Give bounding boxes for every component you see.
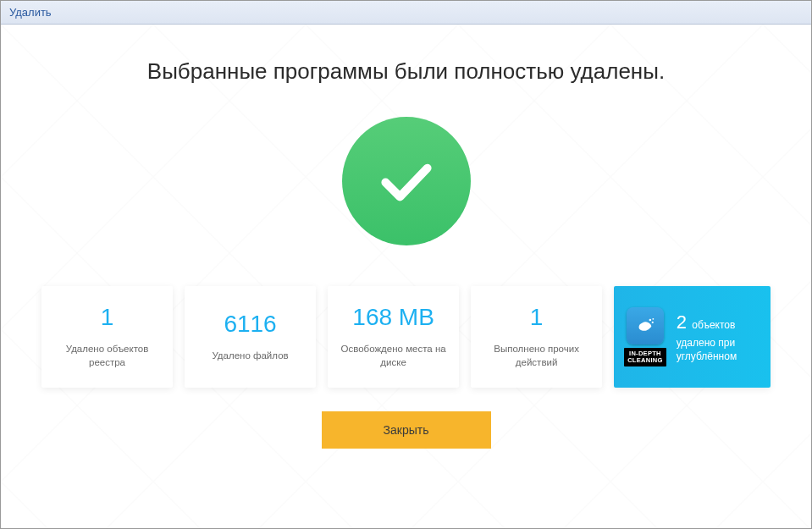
stat-label: Удалено файлов (212, 350, 288, 363)
promo-count: 2 (677, 311, 687, 333)
cleaning-hand-icon (627, 307, 664, 344)
stats-row: 1 Удалено объектов реестра 6116 Удалено … (1, 286, 811, 388)
stat-value: 1 (101, 304, 114, 331)
main-content: Выбранные программы были полностью удале… (1, 25, 811, 528)
success-checkmark-icon (342, 117, 471, 245)
promo-badge: IN-DEPTHCLEANING (624, 307, 666, 367)
stat-value: 168 MB (352, 304, 434, 331)
promo-card-indepth[interactable]: IN-DEPTHCLEANING 2 объектов удалено при … (614, 286, 771, 388)
page-heading: Выбранные программы были полностью удале… (147, 58, 665, 85)
promo-badge-text: IN-DEPTHCLEANING (624, 348, 666, 367)
stat-label: Освобождено места на диске (334, 343, 452, 369)
stat-value: 6116 (224, 311, 276, 338)
svg-point-0 (649, 318, 651, 321)
stat-label: Удалено объектов реестра (48, 343, 166, 369)
svg-point-1 (652, 322, 654, 323)
stat-value: 1 (530, 304, 544, 331)
stat-card-freed: 168 MB Освобождено места на диске (328, 286, 459, 388)
stat-card-files: 6116 Удалено файлов (185, 286, 316, 388)
promo-count-suffix: объектов (692, 319, 735, 331)
stat-card-other: 1 Выполнено прочих действий (471, 286, 602, 388)
window-titlebar: Удалить (1, 1, 811, 25)
window-title: Удалить (9, 6, 52, 19)
stat-label: Выполнено прочих действий (478, 343, 595, 369)
stat-card-registry: 1 Удалено объектов реестра (41, 286, 173, 388)
svg-point-2 (652, 318, 654, 320)
close-button[interactable]: Закрыть (322, 411, 491, 449)
promo-line2: удалено при углублённом (677, 336, 760, 365)
promo-text: 2 объектов удалено при углублённом (677, 310, 760, 364)
